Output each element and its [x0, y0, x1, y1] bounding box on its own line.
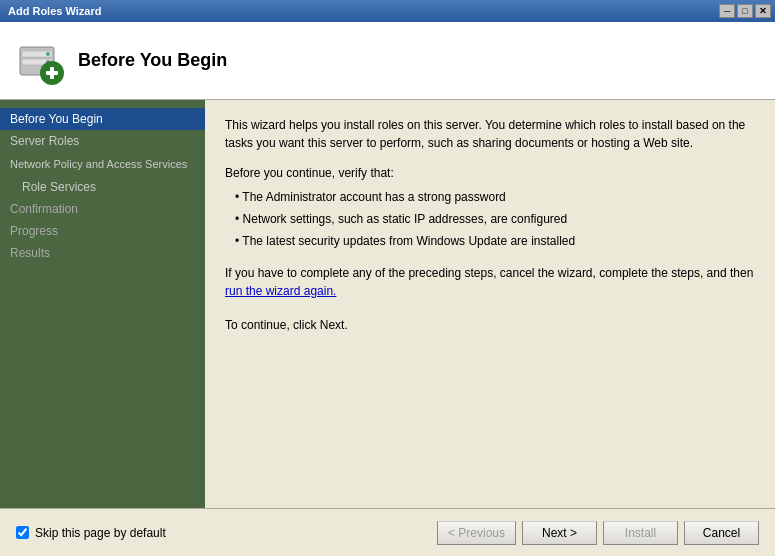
minimize-button[interactable]: ─: [719, 4, 735, 18]
nav-item-role-services[interactable]: Role Services: [0, 176, 205, 198]
svg-point-3: [46, 52, 50, 56]
run-link[interactable]: run the wizard again.: [225, 284, 336, 298]
verify-title: Before you continue, verify that:: [225, 166, 755, 180]
nav-item-results: Results: [0, 242, 205, 264]
cancel-button[interactable]: Cancel: [684, 521, 759, 545]
nav-item-confirmation: Confirmation: [0, 198, 205, 220]
previous-button[interactable]: < Previous: [437, 521, 516, 545]
nav-item-before-you-begin[interactable]: Before You Begin: [0, 108, 205, 130]
next-button[interactable]: Next >: [522, 521, 597, 545]
wizard-footer: Skip this page by default < Previous Nex…: [0, 508, 775, 556]
title-bar-text: Add Roles Wizard: [8, 5, 101, 17]
skip-checkbox-label[interactable]: Skip this page by default: [16, 526, 166, 540]
bullet-list: The Administrator account has a strong p…: [235, 188, 755, 250]
install-button[interactable]: Install: [603, 521, 678, 545]
maximize-button[interactable]: □: [737, 4, 753, 18]
warning-text-part: If you have to complete any of the prece…: [225, 266, 753, 280]
wizard-content: This wizard helps you install roles on t…: [205, 100, 775, 508]
nav-item-server-roles[interactable]: Server Roles: [0, 130, 205, 152]
footer-left: Skip this page by default: [16, 526, 166, 540]
wizard-body: Before You Begin Server Roles Network Po…: [0, 100, 775, 508]
continue-text: To continue, click Next.: [225, 316, 755, 334]
intro-text: This wizard helps you install roles on t…: [225, 116, 755, 152]
title-bar: Add Roles Wizard ─ □ ✕: [0, 0, 775, 22]
svg-rect-7: [50, 67, 54, 79]
bullet-1: The Administrator account has a strong p…: [235, 188, 755, 206]
wizard-header: Before You Begin: [0, 22, 775, 100]
close-button[interactable]: ✕: [755, 4, 771, 18]
wizard-nav: Before You Begin Server Roles Network Po…: [0, 100, 205, 508]
warning-text: If you have to complete any of the prece…: [225, 264, 755, 300]
footer-right: < Previous Next > Install Cancel: [437, 521, 759, 545]
title-bar-controls: ─ □ ✕: [719, 4, 771, 18]
nav-item-network-policy[interactable]: Network Policy and Access Services: [0, 152, 205, 176]
skip-label: Skip this page by default: [35, 526, 166, 540]
wizard-icon: [16, 37, 64, 85]
bullet-3: The latest security updates from Windows…: [235, 232, 755, 250]
wizard-title: Before You Begin: [78, 50, 227, 71]
nav-item-progress: Progress: [0, 220, 205, 242]
bullet-2: Network settings, such as static IP addr…: [235, 210, 755, 228]
skip-checkbox[interactable]: [16, 526, 29, 539]
